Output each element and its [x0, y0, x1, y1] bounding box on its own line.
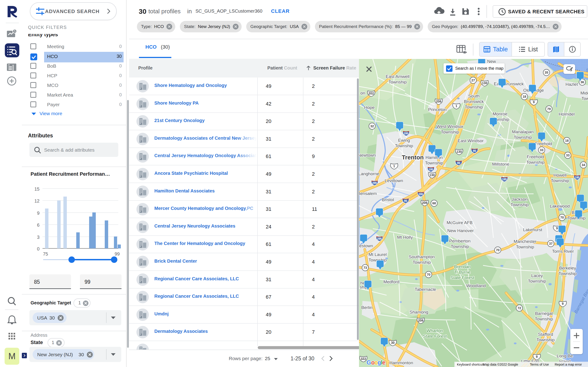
svg-text:70: 70: [560, 216, 564, 219]
svg-text:Millstone: Millstone: [492, 162, 510, 167]
svg-text:Ewing: Ewing: [398, 138, 410, 143]
svg-text:68: 68: [432, 201, 436, 205]
svg-text:Township: Township: [516, 244, 534, 249]
svg-text:Freehold: Freehold: [527, 154, 544, 159]
svg-text:37: 37: [549, 242, 553, 245]
svg-text:Mt Holly: Mt Holly: [397, 235, 413, 240]
svg-text:on: on: [360, 91, 365, 95]
svg-text:Hammonton: Hammonton: [389, 360, 413, 365]
svg-text:Southampton: Southampton: [409, 254, 435, 259]
svg-text:18: 18: [523, 95, 526, 98]
svg-text:Township: Township: [526, 160, 544, 165]
svg-text:Township: Township: [535, 317, 553, 321]
svg-text:Jackson: Jackson: [511, 197, 527, 202]
svg-text:195: 195: [502, 178, 507, 181]
svg-text:34: 34: [582, 163, 585, 167]
svg-text:East Windsor: East Windsor: [458, 138, 484, 143]
svg-text:Monroe: Monroe: [493, 111, 507, 116]
svg-text:9: 9: [536, 355, 538, 359]
svg-text:27: 27: [471, 78, 475, 82]
svg-text:206: 206: [418, 319, 424, 322]
svg-text:70: 70: [427, 273, 431, 276]
svg-text:95: 95: [404, 199, 407, 202]
svg-text:South: South: [468, 94, 480, 98]
svg-text:130: 130: [482, 81, 487, 85]
svg-text:Langhorne: Langhorne: [359, 171, 379, 176]
svg-text:33: 33: [540, 148, 544, 152]
svg-text:30: 30: [391, 341, 395, 344]
svg-text:Township: Township: [528, 279, 546, 284]
svg-text:Manalapan: Manalapan: [512, 129, 534, 134]
svg-text:o: o: [371, 359, 375, 366]
svg-text:Township: Township: [413, 260, 431, 265]
svg-text:130: 130: [429, 173, 435, 177]
svg-text:Levittown: Levittown: [385, 178, 403, 183]
svg-text:Tabernacle: Tabernacle: [415, 287, 436, 292]
svg-text:Princeton: Princeton: [428, 107, 447, 112]
svg-text:Barnegat: Barnegat: [535, 311, 553, 316]
svg-text:Bensalem: Bensalem: [359, 191, 377, 196]
svg-text:Wharton: Wharton: [426, 328, 443, 333]
svg-text:206: 206: [436, 100, 441, 103]
svg-text:95: 95: [457, 161, 460, 165]
svg-text:Woodland: Woodland: [466, 283, 485, 288]
svg-text:e: e: [382, 359, 385, 366]
svg-text:Hope: Hope: [364, 105, 374, 110]
svg-text:Toms River: Toms River: [552, 249, 574, 254]
svg-text:Pemberton: Pemberton: [449, 239, 471, 243]
svg-text:Bristol: Bristol: [382, 197, 394, 202]
svg-text:Brendan: Brendan: [454, 264, 471, 269]
svg-text:restown: restown: [359, 243, 373, 248]
svg-text:Manchester: Manchester: [514, 239, 536, 244]
svg-text:West Windsor: West Windsor: [436, 124, 464, 129]
svg-text:Township: Township: [510, 202, 528, 207]
svg-text:Township: Township: [389, 80, 406, 84]
svg-text:Township: Township: [514, 135, 532, 140]
svg-text:Township: Township: [558, 271, 577, 276]
svg-text:3: 3: [37, 235, 40, 240]
svg-text:Mt Laurel: Mt Laurel: [368, 252, 387, 257]
svg-text:Freehold: Freehold: [535, 141, 552, 146]
svg-text:95: 95: [473, 149, 476, 152]
svg-text:295: 295: [372, 181, 377, 185]
svg-text:State Forest: State Forest: [450, 275, 474, 280]
svg-text:33: 33: [566, 153, 570, 157]
svg-text:Hazlet: Hazlet: [565, 82, 578, 87]
svg-text:130: 130: [456, 150, 462, 153]
svg-text:Shamong: Shamong: [409, 310, 428, 315]
svg-text:g: g: [378, 359, 381, 366]
svg-text:Township: Township: [551, 178, 569, 183]
svg-text:0: 0: [37, 246, 40, 251]
svg-text:McGuire AFB: McGuire AFB: [447, 220, 473, 225]
svg-text:Holmdel: Holmdel: [559, 112, 575, 117]
svg-text:9: 9: [533, 100, 535, 104]
svg-text:Township: Township: [425, 161, 443, 165]
svg-text:9: 9: [562, 302, 564, 306]
svg-text:Township: Township: [536, 337, 554, 342]
svg-text:Long Be: Long Be: [557, 353, 573, 358]
svg-text:Township: Township: [465, 105, 483, 109]
svg-text:M: M: [8, 351, 16, 361]
svg-text:o: o: [374, 359, 378, 366]
svg-text:Township: Township: [581, 96, 588, 101]
svg-text:295: 295: [377, 237, 382, 240]
svg-text:Medford: Medford: [383, 279, 399, 284]
svg-text:Berlin: Berlin: [361, 305, 372, 310]
svg-text:Lakewood: Lakewood: [550, 204, 570, 209]
svg-text:195: 195: [429, 168, 433, 171]
svg-text:70: 70: [496, 248, 500, 252]
svg-text:18: 18: [565, 139, 569, 142]
svg-text:New Hanover: New Hanover: [447, 228, 474, 233]
svg-text:6: 6: [37, 223, 40, 227]
svg-text:Township: Township: [395, 143, 413, 148]
svg-text:32: 32: [370, 124, 374, 128]
svg-text:T. Byrne: T. Byrne: [454, 270, 470, 275]
svg-text:195: 195: [575, 176, 579, 179]
svg-text:Brunswick: Brunswick: [464, 99, 484, 104]
svg-text:12: 12: [35, 198, 40, 203]
svg-text:Township: Township: [441, 130, 459, 134]
svg-text:1: 1: [393, 164, 395, 168]
svg-text:295: 295: [404, 132, 408, 135]
svg-text:Lakehurst: Lakehurst: [523, 227, 542, 232]
svg-text:Lacey: Lacey: [531, 273, 543, 278]
